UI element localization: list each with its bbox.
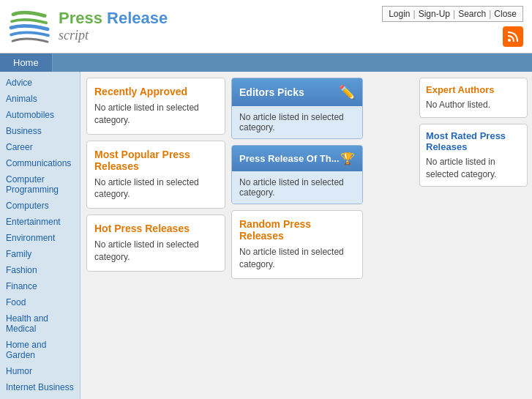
recently-approved-title: Recently Approved <box>94 86 217 97</box>
logo-area: Press Release script <box>9 9 168 44</box>
editors-picks-body: No article listed in selected category. <box>232 106 362 138</box>
main-layout: Advice Animals Automobiles Business Care… <box>0 72 532 399</box>
logo-stripes-icon <box>9 9 53 44</box>
sidebar-item-entertainment[interactable]: Entertainment <box>0 214 80 230</box>
editors-picks-card: Editors Picks ✏️ No article listed in se… <box>231 78 363 139</box>
press-release-of-title: Press Release Of Th... <box>239 153 340 164</box>
logo-press: Press <box>59 9 102 27</box>
recently-approved-body: No article listed in selected category. <box>94 102 217 127</box>
editors-picks-title: Editors Picks <box>239 86 304 98</box>
sidebar-item-automobiles[interactable]: Automobiles <box>0 107 80 123</box>
press-release-of-body: No article listed in selected category. <box>232 171 362 204</box>
sidebar-item-computers[interactable]: Computers <box>0 198 80 214</box>
sidebar: Advice Animals Automobiles Business Care… <box>0 72 80 399</box>
rss-icon[interactable] <box>503 26 523 47</box>
header-nav: Login | Sign-Up | Search | Close <box>382 6 523 22</box>
expert-authors-card: Expert Authors No Author listed. <box>419 78 528 118</box>
editors-picks-header: Editors Picks ✏️ <box>232 78 362 106</box>
hot-press-body: No article listed in selected category. <box>94 239 217 264</box>
press-release-of-header: Press Release Of Th... 🏆 <box>232 146 362 171</box>
home-tab[interactable]: Home <box>0 53 53 72</box>
hot-press-title: Hot Press Releases <box>94 223 217 234</box>
sidebar-item-communications[interactable]: Communications <box>0 155 80 171</box>
expert-authors-body: No Author listed. <box>426 99 521 111</box>
nav-sep-2: | <box>453 9 455 19</box>
trophy-icon: 🏆 <box>340 152 355 165</box>
logo-text: Press Release script <box>59 10 168 42</box>
logo-title: Press Release <box>59 10 168 27</box>
nav-sep-1: | <box>413 9 416 19</box>
sidebar-item-environment[interactable]: Environment <box>0 230 80 246</box>
random-press-body: No article listed in selected category. <box>239 246 355 271</box>
logo-release: Release <box>107 9 168 27</box>
close-link[interactable]: Close <box>494 9 517 19</box>
logo-subtitle: script <box>59 28 168 43</box>
sidebar-item-finance[interactable]: Finance <box>0 278 80 294</box>
login-link[interactable]: Login <box>389 9 410 19</box>
most-rated-title: Most Rated Press Releases <box>426 130 521 152</box>
sidebar-item-family[interactable]: Family <box>0 246 80 262</box>
recently-approved-card: Recently Approved No article listed in s… <box>86 78 225 135</box>
most-popular-body: No article listed in selected category. <box>94 176 217 201</box>
sidebar-item-career[interactable]: Career <box>0 139 80 155</box>
sidebar-item-home-garden[interactable]: Home and Garden <box>0 337 80 363</box>
random-press-card: Random Press Releases No article listed … <box>231 210 363 279</box>
sidebar-item-health[interactable]: Health and Medical <box>0 310 80 337</box>
sidebar-item-internet-marketing[interactable]: Internet Marketing <box>0 395 80 399</box>
most-rated-body: No article listed in selected category. <box>426 156 521 181</box>
sidebar-item-animals[interactable]: Animals <box>0 91 80 107</box>
top-nav: Home <box>0 53 532 72</box>
hot-press-card: Hot Press Releases No article listed in … <box>86 215 225 272</box>
pencil-icon: ✏️ <box>339 84 355 100</box>
most-popular-card: Most Popular Press Releases No article l… <box>86 141 225 209</box>
random-press-title: Random Press Releases <box>239 218 355 242</box>
right-column: Expert Authors No Author listed. Most Ra… <box>415 72 532 399</box>
sidebar-item-internet-business[interactable]: Internet Business <box>0 379 80 395</box>
header: Press Release script Login | Sign-Up | S… <box>0 0 532 53</box>
sidebar-item-advice[interactable]: Advice <box>0 75 80 91</box>
sidebar-item-business[interactable]: Business <box>0 123 80 139</box>
svg-point-0 <box>508 39 511 42</box>
press-release-of-card: Press Release Of Th... 🏆 No article list… <box>231 145 363 204</box>
search-link[interactable]: Search <box>458 9 486 19</box>
nav-sep-3: | <box>489 9 491 19</box>
signup-link[interactable]: Sign-Up <box>419 9 450 19</box>
most-popular-title: Most Popular Press Releases <box>94 149 217 172</box>
sidebar-item-humor[interactable]: Humor <box>0 363 80 379</box>
content-wrapper: Recently Approved No article listed in s… <box>80 72 415 399</box>
sidebar-item-food[interactable]: Food <box>0 294 80 310</box>
most-rated-card: Most Rated Press Releases No article lis… <box>419 124 528 187</box>
expert-authors-title: Expert Authors <box>426 84 521 95</box>
sidebar-item-fashion[interactable]: Fashion <box>0 262 80 278</box>
sidebar-item-computer-programming[interactable]: Computer Programming <box>0 171 80 198</box>
